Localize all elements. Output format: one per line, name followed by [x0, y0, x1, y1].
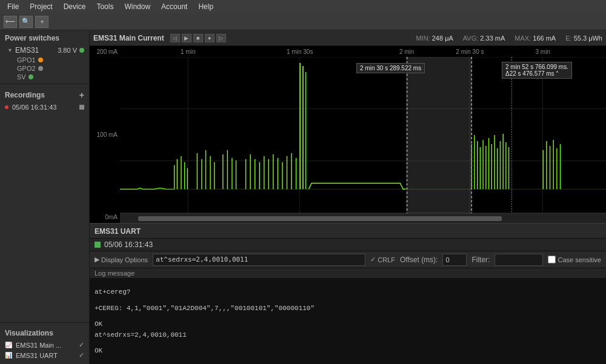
display-options-label: Display Options [101, 256, 148, 263]
x-axis: 1 min 1 min 30s 2 min 2 min 30 s 3 min [120, 46, 606, 57]
log-line-cedrxp: +CEDRXP: 4,"0010","0010","0011" [95, 362, 601, 365]
recordings-header: Recordings + [0, 87, 89, 102]
offset-input[interactable] [442, 254, 467, 266]
menu-tools[interactable]: Tools [92, 1, 118, 12]
gpo-row-sv[interactable]: SV [0, 73, 89, 81]
toolbar-add-button[interactable]: ＋ [35, 16, 48, 28]
sv-dot [28, 74, 33, 79]
device-name: EMS31 [15, 46, 55, 55]
energy-value: 55.3 μWh [574, 35, 602, 42]
waveform-svg [120, 57, 606, 213]
log-line-ok-1: OK [95, 319, 601, 329]
filter-input[interactable] [494, 254, 543, 266]
svg-rect-58 [407, 57, 472, 213]
log-line-empty-5 [95, 357, 601, 362]
recording-timestamp: 05/06 16:31:43 [12, 104, 56, 111]
toolbar-back-button[interactable]: ⟵ [4, 16, 17, 28]
viz-ems31-main-check[interactable]: ✓ [79, 341, 84, 349]
log-line-empty-4 [95, 340, 601, 345]
log-line-at-cereg: at+cereg? [95, 287, 601, 297]
gpo-row-gpo1[interactable]: GPO1 [0, 56, 89, 64]
recording-item[interactable]: 05/06 16:31:43 [0, 102, 89, 112]
chart-scrollbar[interactable] [120, 213, 606, 223]
menu-project[interactable]: Project [25, 1, 57, 12]
gpo-row-gpo2[interactable]: GPO2 [0, 64, 89, 73]
viz-ems31-main-label: EMS31 Main ... [16, 342, 61, 349]
sidebar-bottom: Visualizations 📈 EMS31 Main ... ✓ 📊 EMS3… [0, 322, 89, 364]
recording-stop-icon[interactable] [79, 105, 84, 110]
toolbar: ⟵ 🔍 ＋ [0, 13, 606, 30]
stat-max: MAX: 166 mA [514, 35, 556, 42]
recordings-label: Recordings [5, 91, 45, 99]
sidebar: Power switches ▼ EMS31 3.80 V GPO1 GPO2 … [0, 30, 90, 364]
chart-body[interactable]: 200 mA 100 mA 0mA 1 min 1 min 30s 2 min … [90, 46, 606, 223]
main-layout: Power switches ▼ EMS31 3.80 V GPO1 GPO2 … [0, 30, 606, 364]
crlf-checkbox-label: ✓ CRLF [370, 256, 395, 263]
gpo2-label: GPO2 [17, 65, 36, 72]
log-line-empty-2 [95, 298, 601, 303]
y-tick-100ma: 100 mA [92, 131, 118, 138]
chart-forward-button[interactable]: ▷ [216, 34, 226, 42]
chart-play-button[interactable]: ▶ [182, 34, 191, 42]
chart-stop-button[interactable]: ■ [193, 34, 203, 42]
chart-title: EMS31 Main Current [93, 34, 164, 42]
case-sensitive-label: Case sensitive [548, 256, 601, 263]
sv-label: SV [17, 73, 26, 81]
chart-back-button[interactable]: ◁ [170, 34, 180, 42]
menubar: File Project Device Tools Window Account… [0, 0, 606, 13]
viz-item-ems31-uart[interactable]: 📊 EMS31 UART ✓ [0, 350, 89, 360]
max-label: MAX: [514, 35, 531, 42]
scrollbar-thumb[interactable] [138, 216, 502, 221]
toolbar-search-button[interactable]: 🔍 [19, 16, 33, 28]
min-label: MIN: [416, 35, 430, 42]
case-sensitive-checkbox[interactable] [548, 256, 556, 263]
x-tick-3min: 3 min [536, 48, 550, 55]
max-value: 166 mA [533, 35, 556, 42]
log-line-at-sedrxs: at^sedrxs=2,4,0010,0011 [95, 330, 601, 340]
viz-ems31-uart-check[interactable]: ✓ [79, 351, 84, 359]
x-tick-2min30s: 2 min 30 s [456, 48, 484, 55]
visualizations-label: Visualizations [5, 329, 53, 337]
y-axis: 200 mA 100 mA 0mA [90, 46, 120, 223]
device-status-dot [79, 48, 84, 53]
chart-header: EMS31 Main Current ◁ ▶ ■ ● ▷ MIN: 248 μA… [90, 30, 606, 46]
avg-label: AVG: [463, 35, 478, 42]
display-options-arrow: ▶ [95, 256, 99, 263]
chart-record-button[interactable]: ● [205, 34, 215, 42]
device-row-ems31[interactable]: ▼ EMS31 3.80 V [0, 45, 89, 56]
menu-file[interactable]: File [2, 1, 24, 12]
uart-options-row: ▶ Display Options ✓ CRLF Offset (ms): Fi… [90, 251, 606, 268]
chart-canvas[interactable]: 2 min 30 s 289.522 ms 2 min 52 s 766.099… [120, 57, 606, 213]
device-voltage: 3.80 V [58, 47, 77, 54]
crlf-label-text: CRLF [378, 256, 395, 263]
gpo1-dot [38, 58, 43, 62]
x-tick-2min: 2 min [399, 48, 414, 55]
recording-dot [5, 105, 8, 109]
crlf-check: ✓ [370, 256, 376, 263]
menu-help[interactable]: Help [193, 1, 218, 12]
power-switches-header: Power switches [0, 30, 89, 45]
chart-bar-icon: 📊 [5, 352, 12, 359]
uart-log-body[interactable]: at+cereg? +CEREG: 4,1,"0001","01A2D004",… [90, 279, 606, 364]
content-area: EMS31 Main Current ◁ ▶ ■ ● ▷ MIN: 248 μA… [90, 30, 606, 364]
uart-recording-label: 05/06 16:31:43 [104, 240, 153, 249]
menu-device[interactable]: Device [59, 1, 91, 12]
y-tick-200ma: 200 mA [92, 48, 118, 55]
filter-label: Filter: [471, 256, 490, 264]
log-line-empty-1 [95, 282, 601, 286]
gpo2-dot [38, 66, 43, 71]
expand-icon: ▼ [7, 47, 13, 53]
display-options-button[interactable]: ▶ Display Options [95, 256, 148, 263]
power-switches-label: Power switches [5, 34, 59, 42]
chart-panel: EMS31 Main Current ◁ ▶ ■ ● ▷ MIN: 248 μA… [90, 30, 606, 224]
x-tick-1min: 1 min [181, 48, 195, 55]
energy-label: E: [565, 35, 571, 42]
y-tick-0ma: 0mA [92, 214, 118, 220]
menu-account[interactable]: Account [156, 1, 192, 12]
log-line-cereg-response: +CEREG: 4,1,"0001","01A2D004",7,,,"00100… [95, 303, 601, 314]
command-input[interactable] [153, 254, 365, 266]
add-recording-icon[interactable]: + [79, 90, 84, 100]
chart-controls: ◁ ▶ ■ ● ▷ [170, 34, 226, 42]
viz-item-ems31-main[interactable]: 📈 EMS31 Main ... ✓ [0, 340, 89, 350]
menu-window[interactable]: Window [119, 1, 155, 12]
